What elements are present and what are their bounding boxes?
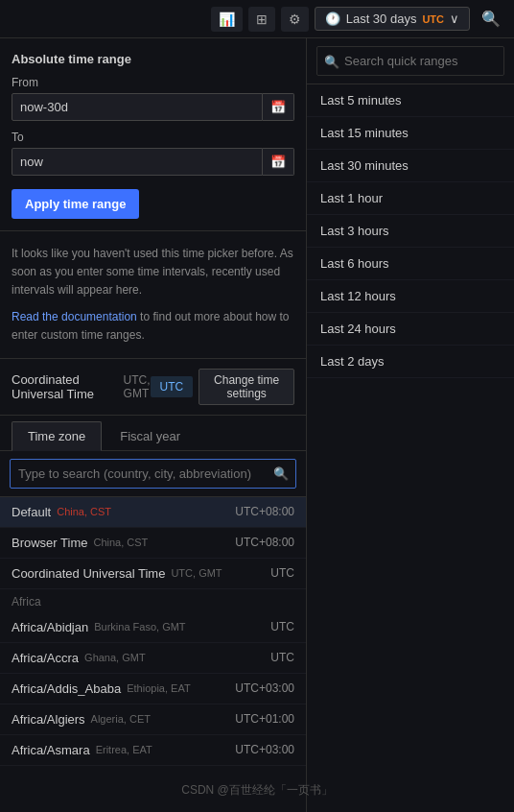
to-input[interactable] xyxy=(12,148,263,176)
tab-fiscal-year[interactable]: Fiscal year xyxy=(104,421,197,450)
quick-range-item[interactable]: Last 30 minutes xyxy=(307,150,514,182)
time-range-btn[interactable]: 🕐 Last 30 days UTC ∨ xyxy=(315,7,470,31)
quick-range-item[interactable]: Last 5 minutes xyxy=(307,84,514,117)
tz-accra-sub: Ghana, GMT xyxy=(84,652,270,663)
from-input-row: 📅 xyxy=(12,93,294,121)
absolute-time-section: Absolute time range From 📅 To 📅 Apply ti… xyxy=(0,38,306,231)
to-calendar-btn[interactable]: 📅 xyxy=(263,148,294,176)
tab-time-zone-label: Time zone xyxy=(28,429,85,443)
change-time-settings-btn[interactable]: Change time settings xyxy=(199,369,294,405)
tz-search-input[interactable] xyxy=(10,459,296,489)
tz-search-row: 🔍 xyxy=(0,451,306,497)
tz-abidjan-name: Africa/Abidjan xyxy=(12,620,88,634)
tz-algiers-offset: UTC+01:00 xyxy=(235,712,294,726)
to-label: To xyxy=(12,131,294,144)
tz-default-name: Default xyxy=(12,505,51,519)
calendar-icon: 📅 xyxy=(270,100,286,114)
to-input-row: 📅 xyxy=(12,148,294,176)
utc-sub-label: UTC, GMT xyxy=(124,373,151,400)
tz-item-algiers[interactable]: Africa/Algiers Algeria, CET UTC+01:00 xyxy=(0,705,306,735)
tz-default-offset: UTC+08:00 xyxy=(235,505,294,518)
tz-asmara-offset: UTC+03:00 xyxy=(235,743,294,756)
quick-range-item[interactable]: Last 24 hours xyxy=(307,313,514,346)
tz-asmara-sub: Eritrea, EAT xyxy=(96,744,236,755)
quick-range-label: Last 3 hours xyxy=(320,224,389,238)
table-nav-btn[interactable]: ⊞ xyxy=(248,7,275,32)
gear-nav-btn[interactable]: ⚙ xyxy=(281,7,309,32)
utc-tag-btn[interactable]: UTC xyxy=(151,376,194,397)
quick-range-label: Last 6 hours xyxy=(320,256,389,271)
tz-group-africa: Africa xyxy=(0,589,306,612)
utc-row: Coordinated Universal Time UTC, GMT UTC … xyxy=(0,359,306,416)
tz-abidjan-offset: UTC xyxy=(270,620,294,633)
chevron-down-icon: ∨ xyxy=(450,12,459,26)
apply-time-range-button[interactable]: Apply time range xyxy=(12,189,139,219)
quick-range-label: Last 15 minutes xyxy=(320,126,409,140)
tz-utc-offset: UTC xyxy=(270,566,294,580)
tz-item-accra[interactable]: Africa/Accra Ghana, GMT UTC xyxy=(0,643,306,674)
clock-icon: 🕐 xyxy=(325,12,340,26)
main-content: Absolute time range From 📅 To 📅 Apply ti… xyxy=(0,38,514,812)
tab-fiscal-year-label: Fiscal year xyxy=(120,429,180,443)
quick-ranges-list: Last 5 minutes Last 15 minutes Last 30 m… xyxy=(307,84,514,812)
tab-time-zone[interactable]: Time zone xyxy=(12,421,102,451)
quick-range-label: Last 12 hours xyxy=(320,289,396,303)
tz-browser-offset: UTC+08:00 xyxy=(235,536,294,549)
table-icon: ⊞ xyxy=(256,12,268,27)
nav-icons: 📊 ⊞ ⚙ 🕐 Last 30 days UTC ∨ 🔍 xyxy=(211,6,506,32)
quick-search-input[interactable] xyxy=(316,46,504,76)
quick-range-label: Last 1 hour xyxy=(320,191,383,205)
tz-default-sub: China, CST xyxy=(57,506,235,517)
tz-browser-name: Browser Time xyxy=(12,536,87,550)
tz-algiers-name: Africa/Algiers xyxy=(12,712,85,727)
tz-item-default[interactable]: Default China, CST UTC+08:00 xyxy=(0,497,306,528)
tz-item-browser[interactable]: Browser Time China, CST UTC+08:00 xyxy=(0,528,306,559)
tz-item-abidjan[interactable]: Africa/Abidjan Burkina Faso, GMT UTC xyxy=(0,612,306,643)
top-nav: 📊 ⊞ ⚙ 🕐 Last 30 days UTC ∨ 🔍 xyxy=(0,0,514,38)
tz-addis-sub: Ethiopia, EAT xyxy=(127,682,235,694)
from-calendar-btn[interactable]: 📅 xyxy=(263,93,294,121)
tz-item-addis[interactable]: Africa/Addis_Ababa Ethiopia, EAT UTC+03:… xyxy=(0,674,306,705)
bar-chart-icon: 📊 xyxy=(219,12,235,27)
utc-main-label: Coordinated Universal Time xyxy=(12,372,118,401)
tz-addis-offset: UTC+03:00 xyxy=(235,681,294,695)
utc-badge: UTC xyxy=(422,13,444,25)
bar-chart-nav-btn[interactable]: 📊 xyxy=(211,7,243,32)
gear-icon: ⚙ xyxy=(289,12,301,27)
from-label: From xyxy=(12,76,294,89)
tz-list: Default China, CST UTC+08:00 Browser Tim… xyxy=(0,497,306,812)
quick-range-label: Last 5 minutes xyxy=(320,93,402,107)
tz-utc-sub: UTC, GMT xyxy=(171,567,270,579)
info-section: It looks like you haven't used this time… xyxy=(0,231,306,359)
tz-addis-name: Africa/Addis_Ababa xyxy=(12,681,121,696)
quick-range-item[interactable]: Last 1 hour xyxy=(307,182,514,215)
top-search-btn[interactable]: 🔍 xyxy=(476,6,506,32)
right-panel: 🔍 Last 5 minutes Last 15 minutes Last 30… xyxy=(307,38,514,812)
tz-item-utc[interactable]: Coordinated Universal Time UTC, GMT UTC xyxy=(0,559,306,589)
tz-item-asmara[interactable]: Africa/Asmara Eritrea, EAT UTC+03:00 xyxy=(0,735,306,766)
time-range-label: Last 30 days xyxy=(346,12,417,26)
quick-range-item[interactable]: Last 6 hours xyxy=(307,248,514,280)
quick-range-item[interactable]: Last 3 hours xyxy=(307,215,514,248)
quick-search-row: 🔍 xyxy=(307,38,514,84)
quick-range-label: Last 24 hours xyxy=(320,322,396,336)
quick-range-label: Last 2 days xyxy=(320,354,385,369)
from-input[interactable] xyxy=(12,93,263,121)
quick-range-item[interactable]: Last 2 days xyxy=(307,346,514,378)
tz-browser-sub: China, CST xyxy=(93,537,235,548)
tabs-row: Time zone Fiscal year xyxy=(0,416,306,451)
tz-algiers-sub: Algeria, CET xyxy=(91,713,236,725)
quick-range-item[interactable]: Last 12 hours xyxy=(307,280,514,313)
tz-accra-name: Africa/Accra xyxy=(12,651,79,665)
tz-accra-offset: UTC xyxy=(270,651,294,664)
quick-range-item[interactable]: Last 15 minutes xyxy=(307,117,514,150)
docs-link[interactable]: Read the documentation xyxy=(12,310,137,323)
search-icon: 🔍 xyxy=(481,11,501,27)
calendar-icon-2: 📅 xyxy=(270,155,286,169)
quick-range-label: Last 30 minutes xyxy=(320,158,409,173)
tz-abidjan-sub: Burkina Faso, GMT xyxy=(94,621,270,633)
info-text: It looks like you haven't used this time… xyxy=(12,245,294,300)
left-panel: Absolute time range From 📅 To 📅 Apply ti… xyxy=(0,38,307,812)
tz-utc-name: Coordinated Universal Time xyxy=(12,566,165,581)
section-title: Absolute time range xyxy=(12,52,294,66)
